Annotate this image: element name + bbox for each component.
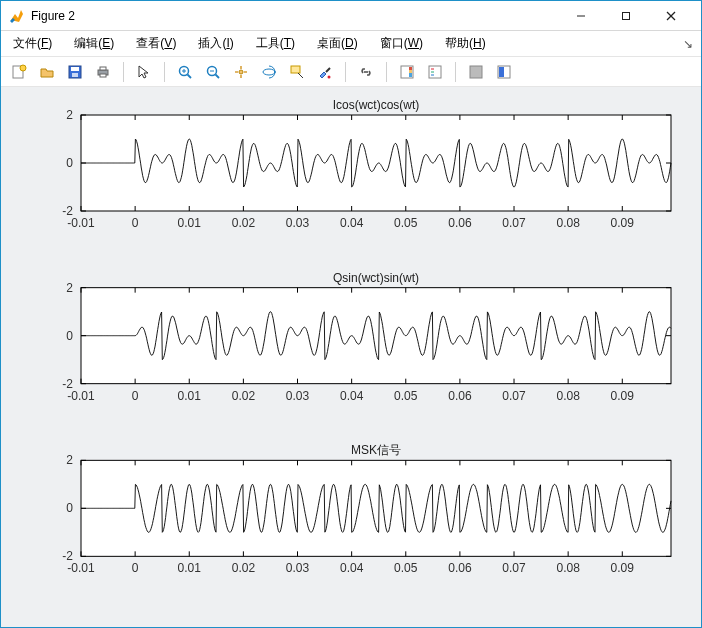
axes-box bbox=[81, 460, 671, 556]
toolbar-separator bbox=[123, 62, 124, 82]
svg-point-25 bbox=[328, 75, 331, 78]
svg-rect-8 bbox=[72, 73, 78, 77]
toolbar-separator bbox=[455, 62, 456, 82]
minimize-button[interactable] bbox=[558, 1, 603, 30]
svg-rect-22 bbox=[291, 66, 300, 73]
new-figure-icon[interactable] bbox=[7, 60, 31, 84]
svg-line-13 bbox=[188, 74, 192, 78]
axes-box bbox=[81, 115, 671, 211]
figure-window: Figure 2 文件(F) 编辑(E) 查看(V) 插入(I) 工具(T) 桌… bbox=[0, 0, 702, 628]
x-tick-label: 0.04 bbox=[340, 561, 364, 575]
toolbar-separator bbox=[345, 62, 346, 82]
menu-bar: 文件(F) 编辑(E) 查看(V) 插入(I) 工具(T) 桌面(D) 窗口(W… bbox=[1, 31, 701, 57]
axes-title: MSK信号 bbox=[351, 443, 401, 457]
x-tick-label: 0.08 bbox=[556, 216, 580, 230]
x-tick-label: -0.01 bbox=[67, 216, 95, 230]
toolbar-separator bbox=[164, 62, 165, 82]
toolbar-separator bbox=[386, 62, 387, 82]
svg-rect-35 bbox=[470, 66, 482, 78]
x-tick-label: 0.04 bbox=[340, 216, 364, 230]
rotate3d-icon[interactable] bbox=[257, 60, 281, 84]
toolbar bbox=[1, 57, 701, 87]
menu-edit[interactable]: 编辑(E) bbox=[70, 33, 118, 54]
x-tick-label: 0.08 bbox=[556, 561, 580, 575]
matlab-icon bbox=[9, 8, 25, 24]
legend-icon[interactable] bbox=[423, 60, 447, 84]
svg-rect-29 bbox=[409, 67, 412, 70]
x-tick-label: 0.03 bbox=[286, 561, 310, 575]
data-cursor-icon[interactable] bbox=[285, 60, 309, 84]
svg-rect-37 bbox=[499, 67, 504, 77]
svg-rect-10 bbox=[100, 67, 106, 70]
pan-icon[interactable] bbox=[229, 60, 253, 84]
svg-rect-11 bbox=[100, 74, 106, 77]
x-tick-label: 0.07 bbox=[502, 561, 526, 575]
title-bar[interactable]: Figure 2 bbox=[1, 1, 701, 31]
x-tick-label: 0.03 bbox=[286, 216, 310, 230]
svg-rect-31 bbox=[429, 66, 441, 78]
x-tick-label: 0.06 bbox=[448, 216, 472, 230]
x-tick-label: 0.08 bbox=[556, 389, 580, 403]
menu-tools[interactable]: 工具(T) bbox=[252, 33, 299, 54]
x-tick-label: 0.07 bbox=[502, 389, 526, 403]
link-icon[interactable] bbox=[354, 60, 378, 84]
x-tick-label: 0.03 bbox=[286, 389, 310, 403]
x-tick-label: 0.02 bbox=[232, 561, 256, 575]
x-tick-label: 0.04 bbox=[340, 389, 364, 403]
colorbar-icon[interactable] bbox=[395, 60, 419, 84]
menu-view[interactable]: 查看(V) bbox=[132, 33, 180, 54]
brush-icon[interactable] bbox=[313, 60, 337, 84]
axes-title: Qsin(wct)sin(wt) bbox=[333, 271, 419, 285]
y-tick-label: 2 bbox=[66, 108, 73, 122]
menu-file[interactable]: 文件(F) bbox=[9, 33, 56, 54]
x-tick-label: -0.01 bbox=[67, 561, 95, 575]
axes-title: Icos(wct)cos(wt) bbox=[333, 98, 420, 112]
open-icon[interactable] bbox=[35, 60, 59, 84]
svg-rect-30 bbox=[409, 70, 412, 73]
svg-rect-1 bbox=[622, 12, 629, 19]
x-tick-label: -0.01 bbox=[67, 389, 95, 403]
window-title: Figure 2 bbox=[31, 9, 75, 23]
y-tick-label: 0 bbox=[66, 501, 73, 515]
x-tick-label: 0.02 bbox=[232, 216, 256, 230]
svg-rect-7 bbox=[71, 67, 79, 71]
x-tick-label: 0.09 bbox=[611, 216, 635, 230]
x-tick-label: 0.05 bbox=[394, 389, 418, 403]
x-tick-label: 0.01 bbox=[178, 561, 202, 575]
figure-canvas-area: Icos(wct)cos(wt)-202-0.0100.010.020.030.… bbox=[1, 87, 701, 627]
y-tick-label: 0 bbox=[66, 329, 73, 343]
x-tick-label: 0 bbox=[132, 216, 139, 230]
svg-line-24 bbox=[326, 68, 330, 72]
zoom-in-icon[interactable] bbox=[173, 60, 197, 84]
svg-line-17 bbox=[216, 74, 220, 78]
x-tick-label: 0.01 bbox=[178, 389, 202, 403]
zoom-out-icon[interactable] bbox=[201, 60, 225, 84]
hide-plot-icon[interactable] bbox=[464, 60, 488, 84]
menu-window[interactable]: 窗口(W) bbox=[376, 33, 427, 54]
close-button[interactable] bbox=[648, 1, 693, 30]
svg-point-5 bbox=[20, 65, 26, 71]
menu-desktop[interactable]: 桌面(D) bbox=[313, 33, 362, 54]
x-tick-label: 0.09 bbox=[611, 389, 635, 403]
maximize-button[interactable] bbox=[603, 1, 648, 30]
toolbar-overflow-icon[interactable]: ↘ bbox=[683, 37, 693, 51]
pointer-icon[interactable] bbox=[132, 60, 156, 84]
svg-point-19 bbox=[239, 70, 243, 74]
x-tick-label: 0.06 bbox=[448, 389, 472, 403]
x-tick-label: 0.01 bbox=[178, 216, 202, 230]
axes-box bbox=[81, 288, 671, 384]
y-tick-label: 2 bbox=[66, 281, 73, 295]
show-plot-icon[interactable] bbox=[492, 60, 516, 84]
svg-line-23 bbox=[298, 73, 303, 78]
x-tick-label: 0 bbox=[132, 389, 139, 403]
axes-canvas[interactable]: Icos(wct)cos(wt)-202-0.0100.010.020.030.… bbox=[1, 87, 701, 627]
x-tick-label: 0.07 bbox=[502, 216, 526, 230]
print-icon[interactable] bbox=[91, 60, 115, 84]
menu-insert[interactable]: 插入(I) bbox=[194, 33, 237, 54]
x-tick-label: 0.05 bbox=[394, 561, 418, 575]
x-tick-label: 0.05 bbox=[394, 216, 418, 230]
x-tick-label: 0 bbox=[132, 561, 139, 575]
menu-help[interactable]: 帮助(H) bbox=[441, 33, 490, 54]
save-icon[interactable] bbox=[63, 60, 87, 84]
y-tick-label: 2 bbox=[66, 453, 73, 467]
